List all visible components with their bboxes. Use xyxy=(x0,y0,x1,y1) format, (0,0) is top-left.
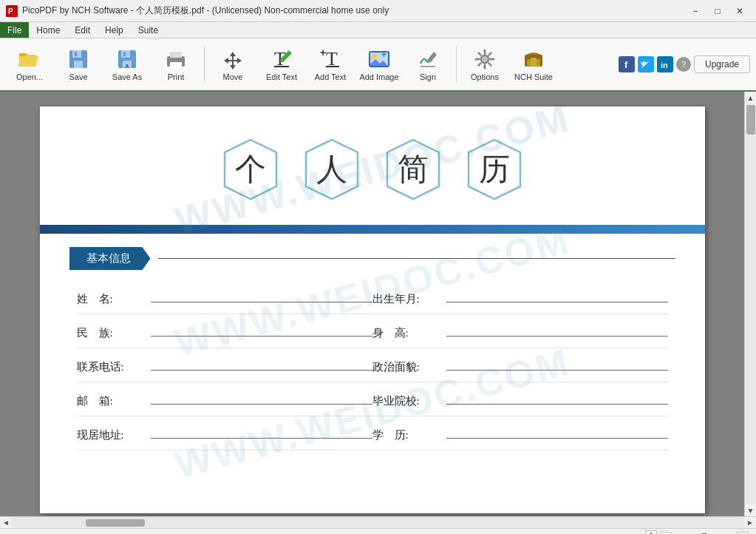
zoom-in-button[interactable]: + xyxy=(737,532,749,535)
hex-char-3: 简 xyxy=(380,136,446,203)
field-name: 姓 名: xyxy=(77,280,372,314)
svg-text:f: f xyxy=(624,59,628,70)
zoom-out-button[interactable]: − xyxy=(660,532,672,535)
sep2 xyxy=(456,46,457,83)
svg-text:P: P xyxy=(8,7,13,16)
svg-text:A: A xyxy=(125,63,129,70)
scroll-thumb[interactable] xyxy=(746,105,755,135)
move-label: Move xyxy=(223,72,243,81)
close-button[interactable]: ✕ xyxy=(729,4,750,18)
upgrade-button[interactable]: Upgrade xyxy=(694,55,750,73)
print-icon xyxy=(164,47,188,71)
open-label: Open... xyxy=(16,72,43,81)
add-image-icon: + xyxy=(367,47,391,71)
open-button[interactable]: Open... xyxy=(6,42,53,87)
add-text-button[interactable]: T + Add Text xyxy=(307,42,354,87)
field-school: 毕业院校: xyxy=(372,382,668,416)
print-label: Print xyxy=(168,72,185,81)
status-bar: PicoPDF v 2.14 © NCH Software 100% ▲ ▼ −… xyxy=(0,528,756,534)
field-birth: 出生年月: xyxy=(372,280,668,314)
options-icon xyxy=(473,47,497,71)
section-line xyxy=(158,258,675,259)
add-text-label: Add Text xyxy=(315,72,347,81)
save-as-icon: A xyxy=(115,47,139,71)
save-label: Save xyxy=(69,72,87,81)
svg-rect-11 xyxy=(123,52,126,56)
pdf-page: WWW.WEIDOC.COM WWW.WEIDOC.COM WWW.WEIDOC… xyxy=(40,107,705,513)
svg-rect-14 xyxy=(170,52,182,58)
save-button[interactable]: Save xyxy=(55,42,102,87)
hex-char-1: 个 xyxy=(217,136,284,203)
zoom-up-button[interactable]: ▲ xyxy=(645,530,657,535)
svg-rect-15 xyxy=(170,62,182,68)
add-image-label: Add Image xyxy=(359,72,398,81)
svg-rect-38 xyxy=(531,58,537,67)
scroll-up-button[interactable]: ▲ xyxy=(745,92,757,104)
options-button[interactable]: Options xyxy=(461,42,508,87)
print-button[interactable]: Print xyxy=(152,42,200,87)
menu-suite[interactable]: Suite xyxy=(131,22,166,38)
svg-point-28 xyxy=(483,57,487,61)
scroll-left-button[interactable]: ◄ xyxy=(0,517,12,529)
move-icon xyxy=(221,47,245,71)
menu-file[interactable]: File xyxy=(0,22,29,38)
svg-line-33 xyxy=(479,53,481,55)
hscroll-track[interactable] xyxy=(12,517,744,528)
twitter-icon[interactable] xyxy=(638,56,654,72)
facebook-icon[interactable]: f xyxy=(619,56,635,72)
svg-line-34 xyxy=(489,64,491,66)
pdf-viewer[interactable]: WWW.WEIDOC.COM WWW.WEIDOC.COM WWW.WEIDOC… xyxy=(0,92,744,516)
window-controls: − □ ✕ xyxy=(685,4,750,18)
field-politics: 政治面貌: xyxy=(372,348,668,382)
maximize-button[interactable]: □ xyxy=(707,4,728,18)
scroll-down-button[interactable]: ▼ xyxy=(745,504,757,516)
sep1 xyxy=(204,46,205,83)
social-icons-group: f in ? xyxy=(619,56,691,72)
linkedin-icon[interactable]: in xyxy=(657,56,673,72)
svg-rect-40 xyxy=(537,59,540,67)
move-button[interactable]: Move xyxy=(209,42,256,87)
toolbar-right-area: f in ? Upgrade xyxy=(619,55,750,73)
title-bar: P PicoPDF by NCH Software - 个人简历模板.pdf -… xyxy=(0,0,756,22)
fields-grid: 姓 名: 出生年月: 民 族: 身 高: xyxy=(77,280,668,450)
menu-edit[interactable]: Edit xyxy=(67,22,98,38)
nch-suite-button[interactable]: NCH Suite xyxy=(510,42,557,87)
svg-rect-7 xyxy=(75,52,77,56)
save-as-button[interactable]: A Save As xyxy=(103,42,151,87)
open-icon xyxy=(18,47,41,71)
minimize-button[interactable]: − xyxy=(685,4,706,18)
svg-text:in: in xyxy=(661,61,668,70)
svg-rect-16 xyxy=(181,58,183,60)
svg-line-35 xyxy=(489,53,491,55)
section-header: 基本信息 xyxy=(69,247,675,270)
add-image-button[interactable]: + Add Image xyxy=(355,42,403,87)
pdf-content: 个 人 xyxy=(40,107,705,465)
main-area: WWW.WEIDOC.COM WWW.WEIDOC.COM WWW.WEIDOC… xyxy=(0,92,756,516)
svg-line-36 xyxy=(479,64,481,66)
field-height: 身 高: xyxy=(372,314,668,348)
field-phone: 联系电话: xyxy=(77,348,372,382)
svg-rect-6 xyxy=(74,61,83,68)
menu-help[interactable]: Help xyxy=(98,22,131,38)
edit-text-button[interactable]: T Edit Text xyxy=(258,42,305,87)
field-email: 邮 箱: xyxy=(77,382,372,416)
help-icon[interactable]: ? xyxy=(676,57,691,72)
edit-text-label: Edit Text xyxy=(266,72,297,81)
blue-divider xyxy=(40,225,705,234)
zoom-controls: 100% ▲ ▼ − + xyxy=(613,530,749,535)
hscroll-thumb[interactable] xyxy=(86,519,145,527)
edit-text-icon: T xyxy=(270,47,293,71)
scroll-right-button[interactable]: ► xyxy=(744,517,756,529)
nch-suite-icon xyxy=(522,47,545,71)
menu-home[interactable]: Home xyxy=(29,22,67,38)
window-title: PicoPDF by NCH Software - 个人简历模板.pdf - (… xyxy=(22,4,685,17)
vertical-scrollbar[interactable]: ▲ ▼ xyxy=(744,92,756,516)
sign-label: Sign xyxy=(420,72,436,81)
app-icon: P xyxy=(6,5,18,17)
add-text-icon: T + xyxy=(319,47,342,71)
status-right: 100% ▲ ▼ − + xyxy=(613,530,749,535)
scroll-track[interactable] xyxy=(745,104,756,504)
field-address: 现居地址: xyxy=(77,416,372,450)
horizontal-scrollbar[interactable]: ◄ ► xyxy=(0,516,756,528)
sign-button[interactable]: Sign xyxy=(404,42,452,87)
